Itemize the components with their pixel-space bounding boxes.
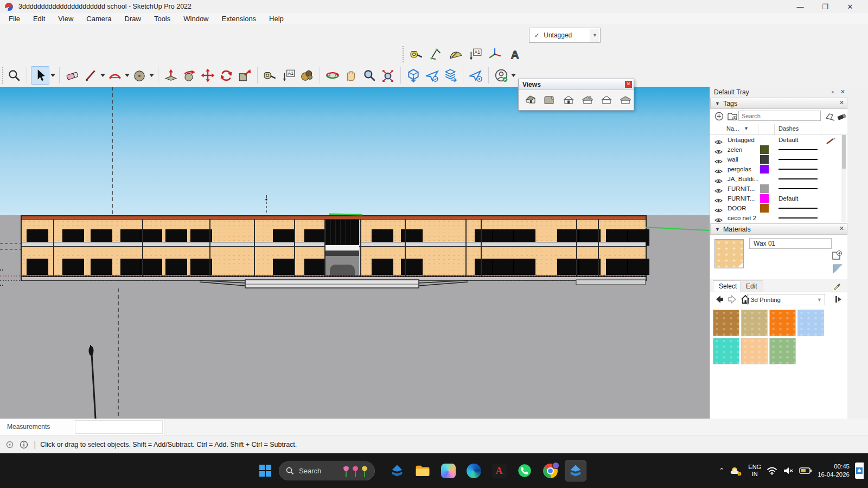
tag-row[interactable]: ceco net 2	[710, 213, 847, 223]
select-tool-icon[interactable]	[31, 66, 49, 85]
tag-pencil-icon[interactable]	[825, 112, 836, 121]
warehouse-3d-tool-icon[interactable]	[405, 67, 422, 84]
tag-name[interactable]: JA_Buildi...	[727, 176, 759, 182]
visibility-eye-icon[interactable]	[714, 215, 723, 223]
volume-muted-icon[interactable]	[783, 466, 794, 475]
toolbar-drag-handle[interactable]	[2, 67, 5, 84]
move-tool-icon[interactable]	[199, 67, 216, 84]
menu-item-edit[interactable]: Edit	[27, 13, 52, 24]
tray-close-icon[interactable]: ✕	[840, 88, 845, 95]
text-a1-tool-icon[interactable]: A1	[280, 67, 297, 84]
tags-scrollbar[interactable]	[841, 135, 846, 222]
tag-color-swatch[interactable]	[760, 155, 769, 164]
line-dropdown-caret[interactable]	[100, 67, 106, 84]
collapse-triangle-icon[interactable]: ▼	[715, 101, 720, 106]
tags-column-header[interactable]: Na... ▼ Dashes	[710, 124, 847, 135]
menu-item-extensions[interactable]: Extensions	[215, 13, 263, 24]
materials-close-icon[interactable]: ✕	[839, 225, 844, 232]
eraser-icon[interactable]	[837, 112, 847, 121]
tag-row[interactable]: JA_Buildi...	[710, 174, 847, 184]
tag-color-swatch[interactable]	[760, 194, 769, 203]
menu-item-tools[interactable]: Tools	[148, 13, 177, 24]
material-swatch[interactable]	[797, 310, 824, 336]
circle-tool-icon[interactable]	[131, 67, 148, 84]
account-tool-icon[interactable]	[493, 67, 510, 84]
tag-dash-preview[interactable]	[778, 217, 818, 219]
info-icon[interactable]	[20, 440, 28, 449]
view-left-button[interactable]	[618, 93, 633, 107]
tag-row[interactable]: FURNIT...	[710, 184, 847, 194]
tag-color-swatch[interactable]	[760, 204, 769, 213]
tag-name[interactable]: FURNIT...	[727, 185, 755, 192]
tag-dash-preview[interactable]	[778, 159, 818, 160]
view-front-button[interactable]	[561, 93, 576, 107]
paint-with-default-icon[interactable]	[833, 264, 843, 274]
follow-me-tool-icon[interactable]	[181, 67, 198, 84]
menu-item-file[interactable]: File	[0, 13, 27, 24]
tag-dash-preview[interactable]	[778, 208, 818, 209]
minimize-button[interactable]: —	[788, 0, 813, 13]
taskbar-app-sketchup-viewer[interactable]	[387, 460, 407, 481]
tag-row[interactable]: wall	[710, 155, 847, 164]
material-swatch[interactable]	[713, 310, 739, 336]
details-arrow-icon[interactable]	[834, 295, 843, 304]
start-button[interactable]	[256, 461, 275, 480]
tag-dash-value[interactable]: Default	[778, 137, 798, 143]
push-pull-tool-icon[interactable]	[162, 67, 180, 84]
tag-color-swatch[interactable]	[760, 145, 769, 154]
menu-item-camera[interactable]: Camera	[80, 13, 118, 24]
chevron-down-icon[interactable]: ▼	[590, 29, 599, 42]
material-swatch[interactable]	[769, 338, 796, 364]
add-tag-folder-icon[interactable]	[727, 112, 738, 121]
tag-dash-preview[interactable]	[778, 169, 818, 170]
tag-row[interactable]: UntaggedDefault	[710, 135, 847, 145]
maximize-button[interactable]: ❐	[813, 0, 838, 13]
menu-item-draw[interactable]: Draw	[118, 13, 148, 24]
tag-row[interactable]: FURNIT...Default	[710, 194, 847, 203]
pan-tool-icon[interactable]	[342, 67, 360, 84]
tag-name[interactable]: zelen	[727, 146, 743, 153]
axes-tool-icon[interactable]	[487, 46, 503, 62]
arc-tool-icon[interactable]	[106, 67, 124, 84]
material-swatch[interactable]	[769, 310, 796, 336]
tag-dash-preview[interactable]	[778, 178, 818, 179]
rotate-tool-icon[interactable]	[218, 67, 235, 84]
forward-arrow-icon[interactable]	[727, 295, 737, 304]
tray-overflow-chevron-icon[interactable]: ⌃	[719, 467, 724, 474]
taskbar-app-copilot[interactable]	[438, 460, 458, 481]
back-arrow-icon[interactable]	[714, 295, 724, 304]
menu-item-window[interactable]: Window	[177, 13, 215, 24]
view-back-button[interactable]	[599, 93, 614, 107]
tag-name[interactable]: ceco net 2	[727, 215, 756, 221]
select-dropdown-caret[interactable]	[50, 67, 56, 84]
text-a1-tool-icon[interactable]: A1	[467, 46, 483, 62]
geolocation-icon[interactable]	[5, 440, 14, 449]
arc-dropdown-caret[interactable]	[124, 67, 130, 84]
tags-close-icon[interactable]: ✕	[839, 99, 844, 106]
line-tool-icon[interactable]	[82, 67, 99, 84]
tag-row[interactable]: zelen	[710, 145, 847, 155]
protractor-tool-icon[interactable]	[448, 46, 464, 62]
name-column-label[interactable]: Na...	[726, 125, 739, 132]
menu-item-help[interactable]: Help	[263, 13, 290, 24]
wifi-icon[interactable]	[767, 466, 777, 475]
tag-name[interactable]: Untagged	[727, 137, 755, 143]
tab-select[interactable]: Select	[713, 280, 743, 292]
tab-edit[interactable]: Edit	[740, 280, 763, 292]
corner-widget[interactable]	[855, 463, 864, 479]
measurements-value-box[interactable]	[75, 420, 163, 434]
send-to-layout-tool-icon[interactable]	[442, 67, 459, 84]
taskbar-app-edge[interactable]	[463, 460, 484, 481]
tape-measure-tool-icon[interactable]	[261, 67, 279, 84]
dashes-column-label[interactable]: Dashes	[778, 125, 799, 132]
zoom-tool-tool-icon[interactable]	[5, 67, 23, 84]
tag-dash-preview[interactable]	[778, 149, 818, 150]
tag-name[interactable]: DOOR	[727, 205, 746, 211]
views-palette-titlebar[interactable]: Views ✕	[519, 79, 634, 90]
sample-paint-eyedropper-icon[interactable]	[833, 281, 841, 290]
create-material-icon[interactable]	[832, 250, 843, 261]
model-viewport[interactable]	[0, 87, 710, 419]
share-model-tool-icon[interactable]	[423, 67, 441, 84]
views-close-button[interactable]: ✕	[625, 81, 632, 88]
tag-dash-value[interactable]: Default	[778, 195, 798, 202]
